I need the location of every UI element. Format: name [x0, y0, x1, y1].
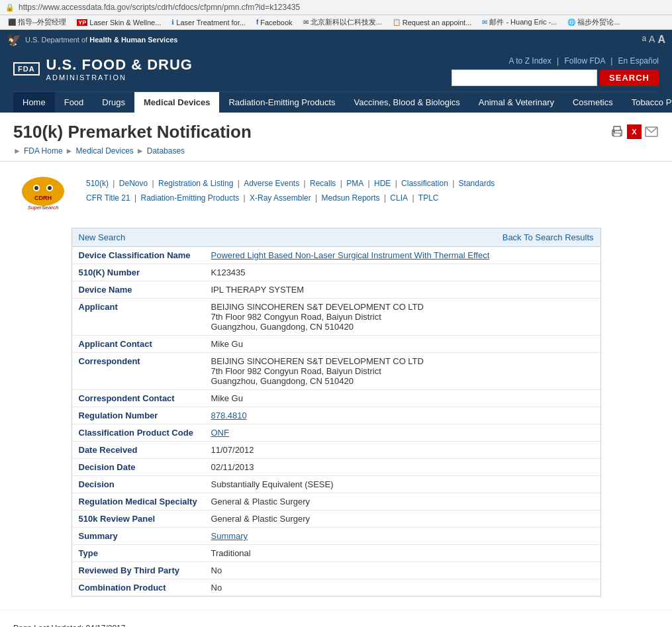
fda-title: U.S. FOOD & DRUG ADMINISTRATION — [46, 56, 193, 81]
nav-tobacco[interactable]: Tobacco Products — [622, 92, 672, 113]
svg-rect-3 — [613, 131, 615, 132]
print-button[interactable] — [610, 124, 624, 139]
table-nav-row: New Search Back To Search Results — [72, 228, 600, 247]
bookmark-label-3: Laser Treatment for... — [176, 19, 246, 26]
breadcrumb-databases[interactable]: Databases — [147, 146, 185, 156]
a-to-z-link[interactable]: A to Z Index — [509, 56, 552, 66]
nav-home[interactable]: Home — [13, 92, 55, 113]
svg-text:CDRH: CDRH — [34, 195, 52, 201]
field-value-2: IPL THERAPY SYSTEM — [205, 281, 600, 299]
font-small-btn[interactable]: a — [642, 34, 646, 46]
product-code-link[interactable]: ONF — [211, 428, 229, 438]
field-label-4: Applicant Contact — [72, 336, 205, 353]
field-label-8: Classification Product Code — [72, 424, 205, 442]
table-row: Summary Summary — [72, 528, 600, 545]
nav-food[interactable]: Food — [55, 92, 93, 113]
font-large-btn[interactable]: A — [657, 34, 665, 46]
svg-text:SuperSearch: SuperSearch — [28, 205, 59, 211]
field-label-3: Applicant — [72, 299, 205, 336]
hhs-header: 🦅 U.S. Department of Health & Human Serv… — [0, 30, 672, 50]
table-row: 510k Review Panel General & Plastic Surg… — [72, 510, 600, 528]
bookmark-icon-7: ✉ — [482, 19, 487, 26]
cdrh-link-classification[interactable]: Classification — [401, 179, 448, 188]
bookmark-3[interactable]: ℹ Laser Treatment for... — [169, 17, 248, 28]
cdrh-link-510k[interactable]: 510(k) — [86, 179, 109, 188]
nav-medical-devices[interactable]: Medical Devices — [134, 92, 219, 113]
bookmark-5[interactable]: ✉ 北京新科以仁科技发... — [301, 17, 385, 28]
cdrh-link-hde[interactable]: HDE — [374, 179, 391, 188]
bookmark-label-4: Facebook — [260, 19, 292, 26]
bookmark-4[interactable]: f Facebook — [254, 17, 295, 28]
svg-point-5 — [22, 177, 64, 206]
breadcrumb-arrow-3: ► — [136, 146, 144, 156]
cdrh-link-denovo[interactable]: DeNovo — [119, 179, 148, 188]
back-to-results-link[interactable]: Back To Search Results — [503, 232, 594, 242]
bookmark-6[interactable]: 📋 Request an appoint... — [390, 17, 475, 28]
field-label-2: Device Name — [72, 281, 205, 299]
follow-fda-link[interactable]: Follow FDA — [564, 56, 604, 66]
field-label-0: Device Classification Name — [72, 247, 205, 264]
fda-logo-area: FDA U.S. FOOD & DRUG ADMINISTRATION — [13, 56, 193, 81]
breadcrumb-fda-home[interactable]: FDA Home — [24, 146, 63, 156]
breadcrumb-medical-devices[interactable]: Medical Devices — [75, 146, 133, 156]
cdrh-link-pma[interactable]: PMA — [346, 179, 363, 188]
eagle-icon: 🦅 — [7, 32, 21, 47]
cdrh-link-recalls[interactable]: Recalls — [310, 179, 336, 188]
email-button[interactable] — [644, 124, 659, 139]
cdrh-link-rad-products[interactable]: Radiation-Emitting Products — [140, 193, 239, 203]
bookmark-2[interactable]: YP Laser Skin & Wellne... — [74, 17, 164, 28]
cdrh-link-xray[interactable]: X-Ray Assembler — [250, 193, 311, 203]
bookmark-icon-3: ℹ — [171, 19, 174, 26]
device-classification-link[interactable]: Powered Light Based Non-Laser Surgical I… — [211, 250, 490, 260]
nav-vaccines[interactable]: Vaccines, Blood & Biologics — [345, 92, 469, 113]
font-controls[interactable]: a A A — [642, 34, 665, 46]
field-value-6: Mike Gu — [205, 390, 600, 407]
field-value-7: 878.4810 — [205, 407, 600, 424]
nav-cosmetics[interactable]: Cosmetics — [563, 92, 622, 113]
nav-radiation[interactable]: Radiation-Emitting Products — [219, 92, 344, 113]
search-button[interactable]: SEARCH — [600, 70, 659, 86]
field-label-12: Regulation Medical Specialty — [72, 493, 205, 510]
table-row: Type Traditional — [72, 545, 600, 562]
bookmark-7[interactable]: ✉ 邮件 - Huang Eric -... — [479, 17, 559, 28]
fda-header: FDA U.S. FOOD & DRUG ADMINISTRATION A to… — [0, 50, 672, 113]
table-row: Regulation Number 878.4810 — [72, 407, 600, 424]
table-row: Applicant Contact Mike Gu — [72, 336, 600, 353]
address-bar[interactable]: https://www.accessdata.fda.gov/scripts/c… — [19, 3, 300, 12]
field-value-0: Powered Light Based Non-Laser Surgical I… — [205, 247, 600, 264]
cdrh-link-tplc[interactable]: TPLC — [418, 193, 439, 203]
table-row: Applicant BEIJING SINCOHEREN S&T DEVELOP… — [72, 299, 600, 336]
field-value-16: No — [205, 562, 600, 579]
field-value-8: ONF — [205, 424, 600, 442]
cdrh-link-clia[interactable]: CLIA — [390, 193, 408, 203]
cdrh-link-cfr[interactable]: CFR Title 21 — [86, 193, 130, 203]
field-value-17: No — [205, 579, 600, 597]
font-medium-btn[interactable]: A — [649, 34, 655, 46]
cdrh-link-reg-listing[interactable]: Registration & Listing — [158, 179, 233, 188]
bookmark-1[interactable]: ⬛ 指导--外贸经理 — [5, 17, 69, 28]
en-espanol-link[interactable]: En Español — [618, 56, 659, 66]
table-row: Classification Product Code ONF — [72, 424, 600, 442]
bookmark-8[interactable]: 🌐 福步外贸论... — [565, 17, 622, 28]
nav-drugs[interactable]: Drugs — [93, 92, 134, 113]
summary-link[interactable]: Summary — [211, 531, 248, 541]
field-value-12: General & Plastic Surgery — [205, 493, 600, 510]
printer-icon — [610, 125, 624, 138]
cdrh-links-row2: CFR Title 21 | Radiation-Emitting Produc… — [86, 191, 495, 206]
nav-animal[interactable]: Animal & Veterinary — [469, 92, 563, 113]
security-icon: 🔒 — [5, 3, 15, 12]
cdrh-link-adverse[interactable]: Adverse Events — [244, 179, 299, 188]
regulation-number-link[interactable]: 878.4810 — [211, 410, 247, 420]
excel-button[interactable]: X — [627, 124, 642, 139]
bookmark-label-2: Laser Skin & Wellne... — [89, 19, 161, 26]
data-table-container: New Search Back To Search Results Device… — [72, 228, 601, 597]
cdrh-link-medsun[interactable]: Medsun Reports — [322, 193, 380, 203]
new-search-link[interactable]: New Search — [79, 232, 126, 242]
field-label-11: Decision — [72, 476, 205, 493]
table-row: Date Received 11/07/2012 — [72, 442, 600, 459]
bookmark-label-8: 福步外贸论... — [577, 17, 620, 27]
cdrh-link-standards[interactable]: Standards — [459, 179, 495, 188]
hhs-text: U.S. Department of Health & Human Servic… — [25, 36, 178, 44]
search-input[interactable] — [452, 70, 597, 86]
field-label-14: Summary — [72, 528, 205, 545]
